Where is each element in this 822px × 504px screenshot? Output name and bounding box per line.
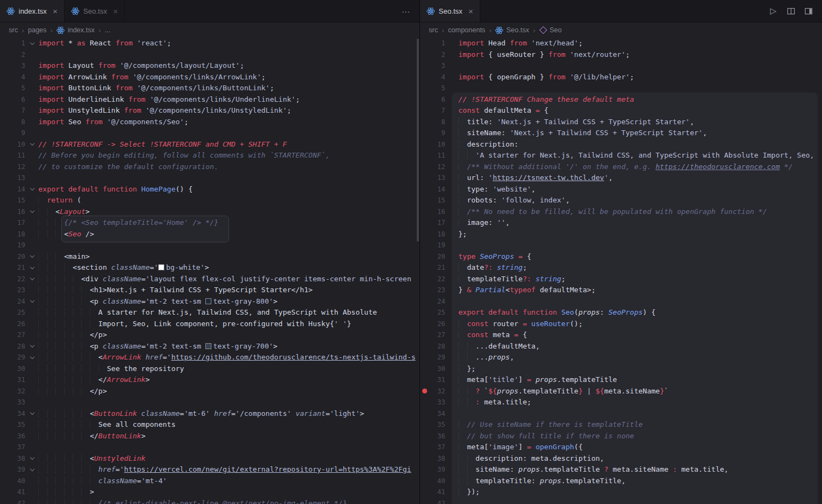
gutter[interactable]: 31 — [0, 374, 38, 386]
code-line[interactable]: 33 : meta.title; — [420, 397, 822, 408]
gutter[interactable]: 8 — [420, 117, 458, 128]
code-line[interactable]: 17 image: '', — [420, 217, 822, 229]
code-line[interactable]: 13 url: 'https://tsnext-tw.thcl.dev', — [420, 172, 822, 184]
more-actions-icon[interactable]: ··· — [399, 4, 413, 18]
gutter[interactable]: 21 — [0, 262, 38, 274]
code-line[interactable]: 37 meta['image'] = openGraph({ — [420, 442, 822, 453]
code-line[interactable]: 41 }); — [420, 486, 822, 498]
gutter[interactable]: 42 — [0, 498, 38, 504]
code-line[interactable]: 18 <Seo /> — [0, 229, 419, 240]
gutter[interactable]: 21 — [420, 262, 458, 274]
breadcrumb-item[interactable]: src — [9, 26, 18, 34]
gutter[interactable]: 30 — [420, 363, 458, 375]
breakpoint-icon[interactable] — [420, 389, 430, 393]
customize-layout-icon[interactable] — [801, 4, 815, 18]
gutter[interactable]: 29 — [0, 352, 38, 363]
code-line[interactable]: 15 return ( — [0, 195, 419, 206]
gutter[interactable]: 9 — [0, 128, 38, 139]
code-editor[interactable]: 1import * as React from 'react';23import… — [0, 38, 419, 504]
code-line[interactable]: 8import Seo from '@/components/Seo'; — [0, 117, 419, 128]
close-icon[interactable]: × — [53, 7, 58, 15]
code-line[interactable]: 5import ButtonLink from '@/components/li… — [0, 83, 419, 94]
gutter[interactable]: 39 — [420, 464, 458, 476]
gutter[interactable]: 15 — [0, 195, 38, 206]
code-line[interactable]: 3import Layout from '@/components/layout… — [0, 60, 419, 72]
gutter[interactable]: 14 — [0, 184, 38, 195]
code-editor[interactable]: 1import Head from 'next/head';2import { … — [420, 38, 822, 504]
code-line[interactable]: 33 — [0, 397, 419, 408]
code-line[interactable]: 1import Head from 'next/head'; — [420, 38, 822, 49]
tab-Seo.tsx[interactable]: Seo.tsx× — [420, 0, 480, 22]
code-line[interactable]: 30 See the repository — [0, 363, 419, 375]
code-line[interactable]: 9 — [0, 128, 419, 139]
breadcrumb-item[interactable]: index.tsx — [56, 26, 94, 34]
code-line[interactable]: 19 — [0, 240, 419, 251]
gutter[interactable]: 37 — [420, 442, 458, 453]
code-line[interactable]: 27 </p> — [0, 329, 419, 341]
code-line[interactable]: 25 A starter for Next.js, Tailwind CSS, … — [0, 307, 419, 318]
code-line[interactable]: 18}; — [420, 229, 822, 240]
tab-index.tsx[interactable]: index.tsx× — [0, 0, 65, 22]
code-line[interactable]: 26 const router = useRouter(); — [420, 318, 822, 330]
code-line[interactable]: 35 See all components — [0, 419, 419, 431]
gutter[interactable]: 5 — [0, 83, 38, 94]
code-line[interactable]: 36 // but show full title if there is no… — [420, 431, 822, 442]
code-line[interactable]: 7import UnstyledLink from '@/components/… — [0, 105, 419, 117]
code-line[interactable]: 34 <ButtonLink className='mt-6' href='/c… — [0, 408, 419, 420]
gutter[interactable]: 36 — [0, 431, 38, 442]
fold-chevron-icon[interactable] — [26, 457, 38, 459]
code-line[interactable]: 35 // Use siteName if there is templateT… — [420, 419, 822, 431]
gutter[interactable]: 20 — [420, 251, 458, 263]
gutter[interactable]: 11 — [420, 150, 458, 161]
code-line[interactable]: 34 — [420, 408, 822, 420]
code-line[interactable]: 42 — [420, 498, 822, 504]
gutter[interactable]: 30 — [0, 363, 38, 375]
fold-chevron-icon[interactable] — [26, 256, 38, 257]
gutter[interactable]: 41 — [0, 486, 38, 498]
gutter[interactable]: 6 — [420, 94, 458, 106]
gutter[interactable]: 33 — [420, 397, 458, 408]
gutter[interactable]: 13 — [0, 172, 38, 184]
gutter[interactable]: 12 — [420, 161, 458, 173]
gutter[interactable]: 18 — [420, 229, 458, 240]
breadcrumb-item[interactable]: components — [448, 26, 485, 34]
code-line[interactable]: 28 ...defaultMeta, — [420, 341, 822, 352]
gutter[interactable]: 22 — [0, 274, 38, 285]
gutter[interactable]: 27 — [0, 329, 38, 341]
code-line[interactable]: 29 <ArrowLink href='https://github.com/t… — [0, 352, 419, 363]
gutter[interactable]: 41 — [420, 486, 458, 498]
code-line[interactable]: 4import ArrowLink from '@/components/lin… — [0, 72, 419, 83]
code-line[interactable]: 19 — [420, 240, 822, 251]
gutter[interactable]: 31 — [420, 374, 458, 386]
gutter[interactable]: 37 — [0, 442, 38, 453]
code-line[interactable]: 1import * as React from 'react'; — [0, 38, 419, 49]
gutter[interactable]: 9 — [420, 128, 458, 139]
gutter[interactable]: 19 — [420, 240, 458, 251]
code-line[interactable]: 2 — [0, 49, 419, 61]
code-line[interactable]: 27 const meta = { — [420, 329, 822, 341]
gutter[interactable]: 34 — [420, 408, 458, 420]
code-line[interactable]: 9 siteName: 'Next.js + Tailwind CSS + Ty… — [420, 128, 822, 139]
breadcrumb-item[interactable]: Seo.tsx — [495, 26, 529, 34]
gutter[interactable]: 23 — [0, 285, 38, 296]
gutter[interactable]: 10 — [0, 139, 38, 150]
gutter[interactable]: 40 — [0, 476, 38, 487]
gutter[interactable]: 2 — [0, 49, 38, 61]
gutter[interactable]: 35 — [0, 419, 38, 431]
code-line[interactable]: 6import UnderlineLink from '@/components… — [0, 94, 419, 106]
gutter[interactable]: 8 — [0, 117, 38, 128]
code-line[interactable]: 32 </p> — [0, 386, 419, 397]
gutter[interactable]: 32 — [420, 386, 458, 397]
code-line[interactable]: 21 date?: string; — [420, 262, 822, 274]
gutter[interactable]: 25 — [0, 307, 38, 318]
code-line[interactable]: 16 /** No need to be filled, will be pop… — [420, 206, 822, 218]
code-line[interactable]: 15 robots: 'follow, index', — [420, 195, 822, 206]
code-line[interactable]: 29 ...props, — [420, 352, 822, 363]
code-line[interactable]: 22 templateTitle?: string; — [420, 274, 822, 285]
code-line[interactable]: 24 — [420, 296, 822, 308]
fold-chevron-icon[interactable] — [26, 278, 38, 280]
gutter[interactable]: 10 — [420, 139, 458, 150]
code-line[interactable]: 10 description: — [420, 139, 822, 150]
split-editor-icon[interactable] — [784, 4, 798, 18]
fold-chevron-icon[interactable] — [26, 300, 38, 302]
